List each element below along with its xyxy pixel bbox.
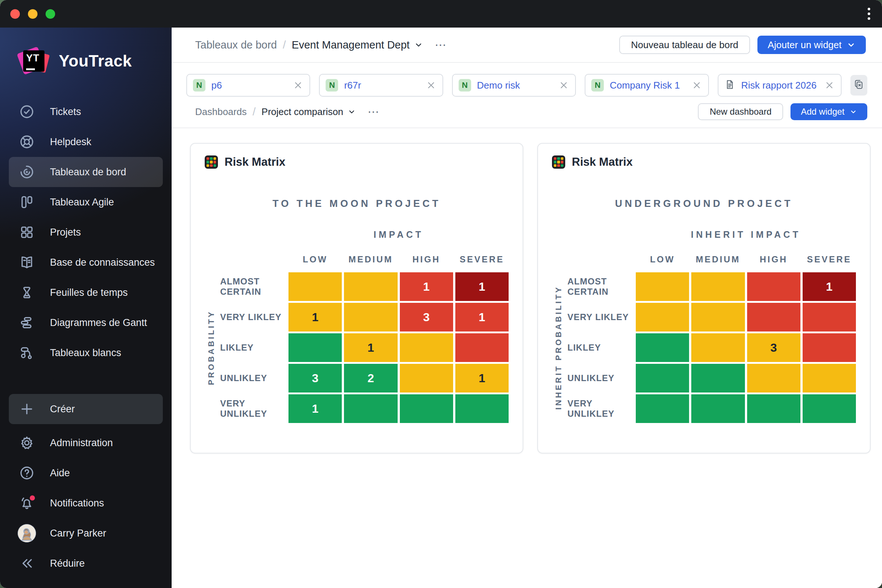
matrix-cell-r2c2[interactable] <box>691 303 744 332</box>
matrix-cell-r4c4[interactable] <box>802 364 856 393</box>
matrix-cell-r2c3[interactable] <box>747 303 800 332</box>
sidebar-item-label: Carry Parker <box>50 528 106 539</box>
matrix-cell-r3c2[interactable]: 1 <box>344 333 397 362</box>
row-label-very-likley: VERY LIKLEY <box>220 303 286 332</box>
matrix-cell-r2c3[interactable]: 3 <box>400 303 453 332</box>
add-widget-small-button[interactable]: Add widget <box>790 103 867 120</box>
sidebar-item-feuilles-de-temps[interactable]: Feuilles de temps <box>9 278 163 308</box>
close-icon[interactable] <box>559 81 568 90</box>
sidebar-item-diagrammes-de-gantt[interactable]: Diagrammes de Gantt <box>9 308 163 338</box>
risk-matrix-widget-1: Risk MatrixTO THE MOON PROJECTIMPACTLOWM… <box>190 143 524 453</box>
matrix-cell-r5c1[interactable]: 1 <box>288 394 342 423</box>
matrix-cell-r5c4[interactable] <box>455 394 508 423</box>
project-badge: N <box>459 79 471 92</box>
agile-boards-icon <box>18 194 35 211</box>
matrix-cell-r1c2[interactable] <box>344 272 397 301</box>
sidebar-item-label: Helpdesk <box>50 136 92 148</box>
document-icon <box>724 79 735 92</box>
matrix-cell-r4c4[interactable]: 1 <box>455 364 508 393</box>
matrix-cell-r1c2[interactable] <box>691 272 744 301</box>
project-badge: N <box>193 79 206 92</box>
sidebar-item-cr-er[interactable]: Créer <box>9 394 163 424</box>
project-badge: N <box>591 79 604 92</box>
collapse-icon <box>18 555 35 572</box>
sidebar-item-notifications[interactable]: Notifications <box>9 488 163 518</box>
sub-breadcrumb-more-icon[interactable]: ⋯ <box>368 105 380 119</box>
widgets-area: Risk MatrixTO THE MOON PROJECTIMPACTLOWM… <box>172 128 882 588</box>
dashboard-tab-risk-rapport-2026[interactable]: Risk rapport 2026 <box>718 74 842 97</box>
matrix-cell-r3c3[interactable]: 3 <box>747 333 800 362</box>
matrix-cell-r3c1[interactable] <box>288 333 342 362</box>
close-window-button[interactable] <box>10 9 20 19</box>
add-widget-button[interactable]: Ajouter un widget <box>758 36 866 54</box>
matrix-cell-r5c3[interactable] <box>400 394 453 423</box>
close-icon[interactable] <box>293 81 303 90</box>
matrix-cell-r5c1[interactable] <box>636 394 689 423</box>
chevron-down-icon <box>414 40 423 49</box>
matrix-cell-r2c2[interactable] <box>344 303 397 332</box>
sub-breadcrumb-root-link[interactable]: Dashboards <box>195 106 247 118</box>
sub-breadcrumb-current-dropdown[interactable]: Project comparison <box>262 106 356 118</box>
new-dashboard-small-button[interactable]: New dashboard <box>698 103 783 120</box>
matrix-cell-r1c3[interactable]: 1 <box>400 272 453 301</box>
sidebar-item-r-duire[interactable]: Réduire <box>9 548 163 579</box>
matrix-cell-r2c1[interactable]: 1 <box>288 303 342 332</box>
sidebar-item-label: Tableaux Agile <box>50 196 114 208</box>
matrix-cell-r5c3[interactable] <box>747 394 800 423</box>
matrix-cell-r3c4[interactable] <box>802 333 856 362</box>
sidebar-item-tableaux-de-bord[interactable]: Tableaux de bord <box>9 157 163 187</box>
matrix-cell-r1c1[interactable] <box>636 272 689 301</box>
matrix-cell-r1c4[interactable]: 1 <box>455 272 508 301</box>
minimize-window-button[interactable] <box>28 9 38 19</box>
plus-icon <box>18 400 35 417</box>
sidebar-item-tickets[interactable]: Tickets <box>9 97 163 127</box>
sidebar-item-projets[interactable]: Projets <box>9 217 163 248</box>
sidebar-item-label: Tickets <box>50 106 81 118</box>
dashboard-tab-company-risk-1[interactable]: NCompany Risk 1 <box>585 74 708 97</box>
sidebar-item-tableaux-blancs[interactable]: Tableaux blancs <box>9 338 163 368</box>
close-all-tabs-button[interactable] <box>850 75 867 96</box>
tickets-icon <box>18 103 35 120</box>
matrix-cell-r5c2[interactable] <box>344 394 397 423</box>
sidebar-item-carry-parker[interactable]: Carry Parker <box>9 518 163 548</box>
close-icon[interactable] <box>825 81 834 90</box>
sidebar-item-base-de-connaissances[interactable]: Base de connaissances <box>9 248 163 278</box>
dashboard-tab-p6[interactable]: Np6 <box>186 74 310 97</box>
column-header-high: HIGH <box>747 254 800 270</box>
matrix-cell-r1c4[interactable]: 1 <box>802 272 856 301</box>
close-icon[interactable] <box>692 81 702 90</box>
new-dashboard-button[interactable]: Nouveau tableau de bord <box>619 36 750 54</box>
matrix-cell-r2c1[interactable] <box>636 303 689 332</box>
sidebar-item-aide[interactable]: Aide <box>9 458 163 488</box>
maximize-window-button[interactable] <box>46 9 55 19</box>
matrix-cell-r1c3[interactable] <box>747 272 800 301</box>
browser-menu-icon[interactable] <box>868 8 870 20</box>
matrix-cell-r4c2[interactable]: 2 <box>344 364 397 393</box>
breadcrumb-current-dropdown[interactable]: Event Management Dept <box>292 39 423 51</box>
breadcrumb-root-link[interactable]: Tableaux de bord <box>195 39 277 51</box>
matrix-cell-r3c1[interactable] <box>636 333 689 362</box>
dashboard-tab-r67r[interactable]: Nr67r <box>319 74 443 97</box>
matrix-cell-r5c2[interactable] <box>691 394 744 423</box>
matrix-cell-r5c4[interactable] <box>802 394 856 423</box>
close-icon[interactable] <box>426 81 436 90</box>
sidebar-item-tableaux-agile[interactable]: Tableaux Agile <box>9 187 163 217</box>
matrix-cell-r4c1[interactable]: 3 <box>288 364 342 393</box>
dashboard-tab-demo-risk[interactable]: NDemo risk <box>452 74 576 97</box>
whiteboards-icon <box>18 344 35 361</box>
matrix-cell-r4c3[interactable] <box>747 364 800 393</box>
matrix-cell-r3c4[interactable] <box>455 333 508 362</box>
matrix-cell-r3c3[interactable] <box>400 333 453 362</box>
sidebar-item-helpdesk[interactable]: Helpdesk <box>9 127 163 157</box>
sidebar-item-administration[interactable]: Administration <box>9 428 163 458</box>
matrix-cell-r4c3[interactable] <box>400 364 453 393</box>
matrix-cell-r2c4[interactable]: 1 <box>455 303 508 332</box>
youtrack-logo[interactable]: YT YouTrack <box>0 28 172 75</box>
matrix-cell-r4c1[interactable] <box>636 364 689 393</box>
app-window: YT YouTrack TicketsHelpdeskTableaux de b… <box>0 0 882 588</box>
breadcrumb-more-icon[interactable]: ⋯ <box>435 38 448 52</box>
matrix-cell-r3c2[interactable] <box>691 333 744 362</box>
matrix-cell-r2c4[interactable] <box>802 303 856 332</box>
matrix-cell-r4c2[interactable] <box>691 364 744 393</box>
matrix-cell-r1c1[interactable] <box>288 272 342 301</box>
